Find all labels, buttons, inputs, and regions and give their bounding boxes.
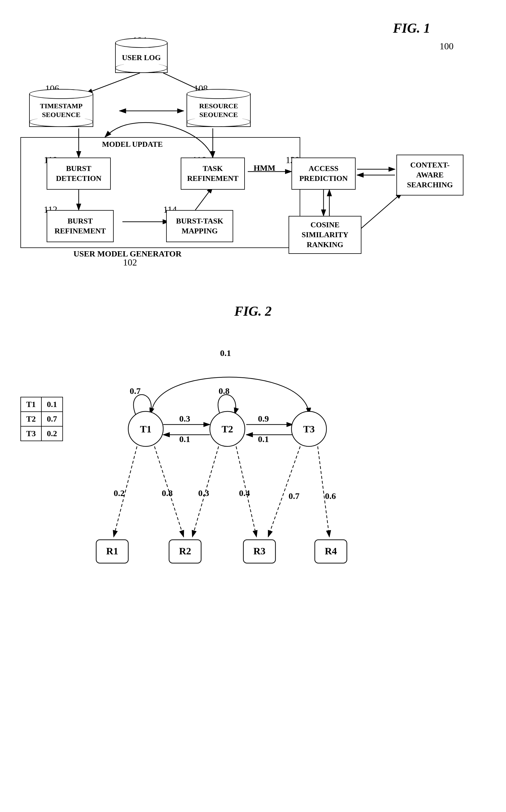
context-aware-box: CONTEXT-AWARESEARCHING	[397, 155, 463, 196]
svg-text:0.1: 0.1	[220, 348, 231, 358]
svg-text:0.8: 0.8	[219, 386, 230, 396]
svg-text:0.6: 0.6	[325, 491, 336, 501]
cosine-similarity-box: COSINESIMILARITYRANKING	[288, 216, 361, 254]
table-t1-val: 0.1	[41, 397, 63, 412]
svg-point-45	[128, 411, 163, 447]
model-update-label: MODEL UPDATE	[102, 140, 163, 149]
fig2-table: T10.1 T20.7 T30.2	[20, 397, 63, 441]
burst-refinement-label: BURSTREFINEMENT	[55, 216, 106, 236]
svg-text:0.1: 0.1	[258, 434, 269, 444]
svg-line-16	[357, 193, 402, 232]
burst-refinement-box: BURSTREFINEMENT	[47, 210, 114, 242]
svg-text:0.8: 0.8	[162, 488, 173, 498]
svg-text:R1: R1	[106, 546, 118, 556]
cosine-similarity-label: COSINESIMILARITYRANKING	[302, 220, 348, 250]
fig1-label: FIG. 1	[393, 20, 430, 36]
table-t1-task: T1	[21, 397, 41, 412]
burst-task-mapping-box: BURST-TASKMAPPING	[166, 210, 233, 242]
svg-text:0.7: 0.7	[288, 491, 300, 501]
task-refinement-label: TASKREFINEMENT	[187, 164, 238, 184]
table-t2-val: 0.7	[41, 412, 63, 426]
svg-text:T3: T3	[303, 424, 315, 434]
svg-text:0.1: 0.1	[179, 434, 190, 444]
svg-line-41	[268, 447, 300, 537]
access-prediction-label: ACCESSPREDICTION	[299, 164, 348, 184]
resource-seq-cylinder: RESOURCESEQUENCE	[186, 89, 251, 127]
svg-rect-55	[243, 540, 275, 563]
table-t3-val: 0.2	[41, 426, 63, 441]
svg-line-3	[86, 73, 140, 93]
svg-line-35	[155, 447, 184, 537]
timestamp-seq-label: TIMESTAMPSEQUENCE	[40, 102, 82, 119]
svg-text:T1: T1	[140, 424, 152, 434]
svg-line-43	[318, 447, 329, 537]
fig1-diagram: FIG. 1 100	[0, 12, 506, 274]
svg-rect-57	[315, 540, 347, 563]
svg-point-47	[210, 411, 245, 447]
user-log-cylinder: USER LOG	[115, 38, 168, 73]
svg-point-49	[291, 411, 326, 447]
svg-text:0.3: 0.3	[179, 414, 190, 423]
fig2-label: FIG. 2	[234, 303, 272, 319]
burst-task-mapping-label: BURST-TASKMAPPING	[176, 216, 223, 236]
svg-text:0.4: 0.4	[239, 488, 250, 498]
svg-line-33	[114, 447, 137, 537]
ref-100: 100	[439, 41, 453, 52]
burst-detection-label: BURSTDETECTION	[56, 164, 101, 184]
ref-102: 102	[123, 257, 137, 268]
table-t2-task: T2	[21, 412, 41, 426]
hmm-label: HMM	[254, 163, 275, 173]
task-refinement-box: TASKREFINEMENT	[181, 157, 245, 190]
svg-rect-51	[96, 540, 128, 563]
resource-seq-label: RESOURCESEQUENCE	[199, 102, 238, 119]
svg-text:R4: R4	[325, 546, 337, 556]
user-log-label: USER LOG	[122, 53, 161, 62]
svg-text:0.7: 0.7	[130, 386, 141, 396]
table-t3-task: T3	[21, 426, 41, 441]
svg-rect-53	[169, 540, 201, 563]
context-aware-label: CONTEXT-AWARESEARCHING	[407, 160, 453, 190]
svg-text:T2: T2	[222, 424, 233, 434]
timestamp-seq-cylinder: TIMESTAMPSEQUENCE	[29, 89, 93, 127]
svg-text:R2: R2	[179, 546, 191, 556]
burst-detection-box: BURSTDETECTION	[47, 157, 111, 190]
svg-line-39	[236, 447, 256, 537]
svg-text:0.2: 0.2	[114, 488, 125, 498]
svg-text:R3: R3	[253, 546, 265, 556]
svg-text:0.3: 0.3	[198, 488, 209, 498]
svg-text:0.9: 0.9	[258, 414, 269, 423]
svg-line-37	[192, 447, 219, 537]
fig2-diagram: FIG. 2 T10.1 T20.7 T30.2 0.7 0.8	[0, 297, 506, 794]
access-prediction-box: ACCESSPREDICTION	[291, 157, 356, 190]
